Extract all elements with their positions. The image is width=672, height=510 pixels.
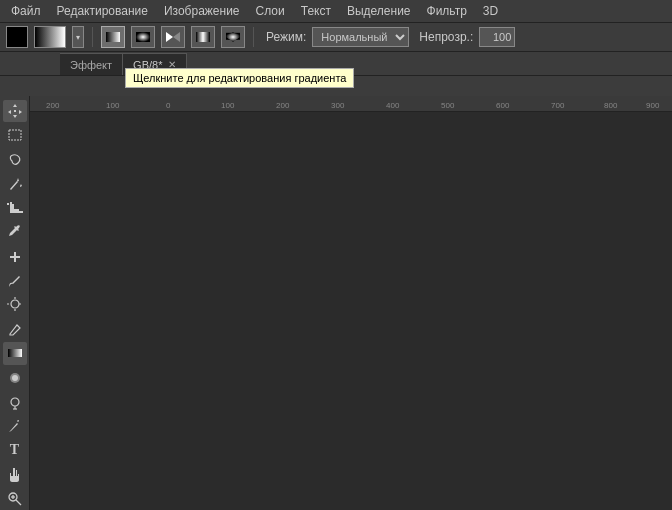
ruler-marks-h: 200 100 0 100 200 300 400 500 600 700 80… xyxy=(46,96,672,111)
tool-blur[interactable] xyxy=(3,367,27,389)
ruler-top: 200 100 0 100 200 300 400 500 600 700 80… xyxy=(30,96,672,112)
svg-rect-11 xyxy=(8,349,22,357)
ruler-mark: 600 xyxy=(496,101,509,110)
opacity-label: Непрозр.: xyxy=(419,30,473,44)
menu-layers[interactable]: Слои xyxy=(249,2,292,20)
tooltip: Щелкните для редактирования градиента xyxy=(125,68,354,88)
opacity-input[interactable] xyxy=(479,27,515,47)
tool-heal[interactable] xyxy=(3,245,27,267)
tool-hand[interactable] xyxy=(3,464,27,486)
ruler-mark: 800 xyxy=(604,101,617,110)
svg-rect-5 xyxy=(9,130,21,140)
canvas-area: 200 100 0 100 200 300 400 500 600 700 80… xyxy=(30,96,672,510)
gradient-radial-btn[interactable] xyxy=(131,26,155,48)
ruler-mark: 400 xyxy=(386,101,399,110)
tool-gradient[interactable] xyxy=(3,342,27,364)
ruler-mark: 700 xyxy=(551,101,564,110)
tool-pen[interactable] xyxy=(3,415,27,437)
tool-dodge[interactable] xyxy=(3,391,27,413)
tool-clone[interactable] xyxy=(3,294,27,316)
tool-marquee[interactable] xyxy=(3,124,27,146)
tool-move[interactable] xyxy=(3,100,27,122)
toolbar: T xyxy=(0,96,30,510)
ruler-mark: 100 xyxy=(221,101,234,110)
foreground-color[interactable] xyxy=(6,26,28,48)
canvas-wrapper: 200 100 0 100 200 300 400 500 600 700 80… xyxy=(30,96,672,112)
menu-filter[interactable]: Фильтр xyxy=(420,2,474,20)
tool-zoom[interactable] xyxy=(3,488,27,510)
mode-select[interactable]: Нормальный xyxy=(312,27,409,47)
mode-label: Режим: xyxy=(266,30,306,44)
workspace: T 200 100 0 100 200 300 400 500 6 xyxy=(0,96,672,510)
menu-edit[interactable]: Редактирование xyxy=(50,2,155,20)
options-bar: ▾ Режим: Нормальный Непрозр.: xyxy=(0,22,672,52)
panel-tab-effect[interactable]: Эффект xyxy=(60,53,123,75)
menu-file[interactable]: Файл xyxy=(4,2,48,20)
ruler-mark: 0 xyxy=(166,101,170,110)
gradient-diamond-btn[interactable] xyxy=(221,26,245,48)
tool-crop[interactable] xyxy=(3,197,27,219)
panel-tab-effect-label: Эффект xyxy=(70,59,112,71)
ruler-mark: 200 xyxy=(276,101,289,110)
ruler-mark: 200 xyxy=(46,101,59,110)
menu-image[interactable]: Изображение xyxy=(157,2,247,20)
tool-eraser[interactable] xyxy=(3,318,27,340)
ruler-mark: 900 xyxy=(646,101,659,110)
gradient-dropdown[interactable]: ▾ xyxy=(72,26,84,48)
ruler-mark: 500 xyxy=(441,101,454,110)
tool-magic-wand[interactable] xyxy=(3,173,27,195)
tool-lasso[interactable] xyxy=(3,148,27,170)
tool-brush[interactable] xyxy=(3,270,27,292)
tool-eyedropper[interactable] xyxy=(3,221,27,243)
svg-rect-0 xyxy=(106,32,120,42)
svg-line-15 xyxy=(16,500,21,505)
gradient-reflected-btn[interactable] xyxy=(191,26,215,48)
gradient-angle-btn[interactable] xyxy=(161,26,185,48)
gradient-preview[interactable] xyxy=(34,26,66,48)
gradient-linear-btn[interactable] xyxy=(101,26,125,48)
svg-point-13 xyxy=(12,375,18,381)
svg-point-6 xyxy=(11,300,19,308)
separator xyxy=(92,27,93,47)
menu-select[interactable]: Выделение xyxy=(340,2,418,20)
separator2 xyxy=(253,27,254,47)
svg-rect-1 xyxy=(136,32,150,42)
menu-text[interactable]: Текст xyxy=(294,2,338,20)
menu-bar: Файл Редактирование Изображение Слои Тек… xyxy=(0,0,672,22)
ruler-mark: 300 xyxy=(331,101,344,110)
ruler-mark: 100 xyxy=(106,101,119,110)
menu-3d[interactable]: 3D xyxy=(476,2,505,20)
tool-type[interactable]: T xyxy=(3,439,27,461)
svg-rect-2 xyxy=(196,32,210,42)
